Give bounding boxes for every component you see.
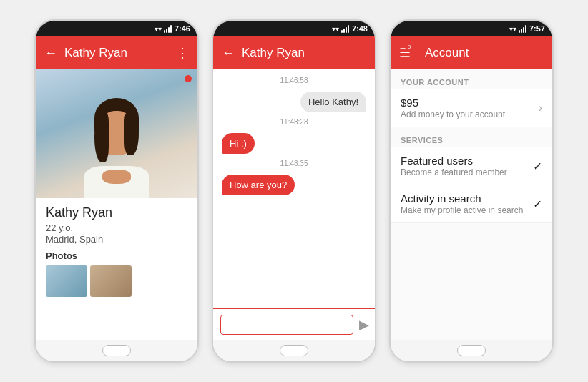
home-btn-shape-2 bbox=[280, 345, 308, 356]
time-1: 7:46 bbox=[175, 24, 190, 33]
photo-thumb-1[interactable] bbox=[46, 265, 87, 297]
chat-timestamp-1: 11:48:28 bbox=[222, 118, 366, 126]
time-2: 7:48 bbox=[352, 24, 368, 33]
photos-row bbox=[46, 265, 187, 297]
balance-item[interactable]: $95 Add money to your account › bbox=[391, 89, 552, 127]
chat-timestamp-0: 11:46:58 bbox=[222, 77, 366, 84]
wifi-icon-1: ▾▾ bbox=[155, 25, 162, 33]
balance-item-left: $95 Add money to your account bbox=[401, 97, 505, 119]
app-bar-3: ☰ 6 Account bbox=[391, 36, 552, 69]
home-button-1[interactable] bbox=[36, 340, 197, 361]
wifi-icon-3: ▾▾ bbox=[509, 25, 516, 33]
home-btn-shape-3 bbox=[457, 345, 486, 356]
app-bar-1: ← Kathy Ryan ⋮ bbox=[36, 36, 197, 69]
signal-icon-2 bbox=[341, 25, 349, 33]
profile-name: Kathy Ryan bbox=[46, 205, 187, 220]
photos-label: Photos bbox=[46, 250, 187, 261]
send-button[interactable]: ▶ bbox=[359, 317, 369, 333]
profile-location: Madrid, Spain bbox=[46, 234, 187, 245]
profile-image bbox=[36, 69, 197, 198]
home-button-3[interactable] bbox=[391, 340, 552, 361]
your-account-header: YOUR ACCOUNT bbox=[391, 69, 552, 89]
home-btn-shape-1 bbox=[102, 345, 131, 356]
featured-users-title: Featured users bbox=[401, 155, 507, 167]
status-bar-2: ▾▾ 7:48 bbox=[213, 21, 375, 36]
check-icon-featured: ✓ bbox=[533, 160, 542, 173]
chat-bubble-0: Hello Kathy! bbox=[300, 92, 366, 112]
photo-thumb-2[interactable] bbox=[90, 265, 132, 297]
featured-users-item[interactable]: Featured users Become a featured member … bbox=[391, 147, 552, 185]
home-button-2[interactable] bbox=[213, 340, 375, 361]
featured-users-left: Featured users Become a featured member bbox=[401, 155, 507, 177]
chat-input[interactable] bbox=[220, 315, 353, 335]
back-button-2[interactable]: ← bbox=[222, 46, 235, 61]
status-icons-1: ▾▾ bbox=[155, 25, 172, 33]
phone-account: ▾▾ 7:57 ☰ 6 Account YOUR ACCOUNT $95 bbox=[389, 19, 554, 363]
online-indicator bbox=[185, 75, 192, 82]
status-icons-2: ▾▾ bbox=[332, 25, 349, 33]
chat-input-bar: ▶ bbox=[213, 308, 375, 340]
menu-icon[interactable]: ☰ 6 bbox=[399, 45, 411, 61]
signal-icon-1 bbox=[164, 25, 172, 33]
wifi-icon-2: ▾▾ bbox=[332, 25, 339, 33]
notification-badge: 6 bbox=[405, 42, 413, 51]
activity-search-subtitle: Make my profile active in search bbox=[401, 205, 523, 215]
status-icons-3: ▾▾ bbox=[509, 25, 526, 33]
balance-amount: $95 bbox=[401, 97, 505, 109]
chat-bubble-2: How are you? bbox=[222, 175, 295, 195]
activity-search-left: Activity in search Make my profile activ… bbox=[401, 192, 523, 215]
balance-subtext: Add money to your account bbox=[401, 109, 505, 119]
chevron-icon-balance: › bbox=[539, 102, 542, 114]
app-bar-title-2: Kathy Ryan bbox=[242, 46, 366, 60]
time-3: 7:57 bbox=[529, 24, 545, 33]
phone-profile: ▾▾ 7:46 ← Kathy Ryan ⋮ bbox=[34, 19, 199, 363]
profile-age: 22 y.o. bbox=[46, 222, 187, 233]
activity-search-title: Activity in search bbox=[401, 192, 523, 205]
status-bar-3: ▾▾ 7:57 bbox=[391, 21, 552, 36]
chat-bubble-1: Hi :) bbox=[222, 133, 255, 154]
account-body: YOUR ACCOUNT $95 Add money to your accou… bbox=[391, 69, 552, 340]
phone-chat: ▾▾ 7:48 ← Kathy Ryan 11:46:58 Hello Kath… bbox=[212, 19, 376, 363]
back-button-1[interactable]: ← bbox=[44, 46, 57, 61]
chat-timestamp-2: 11:48:35 bbox=[222, 160, 366, 167]
app-bar-title-3: Account bbox=[425, 46, 544, 60]
app-bar-title-1: Kathy Ryan bbox=[64, 46, 169, 60]
more-button-1[interactable]: ⋮ bbox=[176, 45, 189, 61]
profile-info: Kathy Ryan 22 y.o. Madrid, Spain Photos bbox=[36, 198, 197, 340]
featured-users-subtitle: Become a featured member bbox=[401, 167, 507, 177]
activity-search-item[interactable]: Activity in search Make my profile activ… bbox=[391, 185, 552, 223]
status-bar-1: ▾▾ 7:46 bbox=[36, 21, 197, 36]
hair-left bbox=[94, 112, 109, 162]
check-icon-activity: ✓ bbox=[533, 197, 542, 211]
phones-container: ▾▾ 7:46 ← Kathy Ryan ⋮ bbox=[34, 19, 554, 363]
chat-body: 11:46:58 Hello Kathy! 11:48:28 Hi :) 11:… bbox=[213, 69, 375, 308]
hands bbox=[102, 170, 131, 184]
hair-right bbox=[124, 112, 139, 155]
app-bar-2: ← Kathy Ryan bbox=[213, 36, 375, 69]
services-header: SERVICES bbox=[391, 127, 552, 147]
signal-icon-3 bbox=[519, 25, 526, 33]
